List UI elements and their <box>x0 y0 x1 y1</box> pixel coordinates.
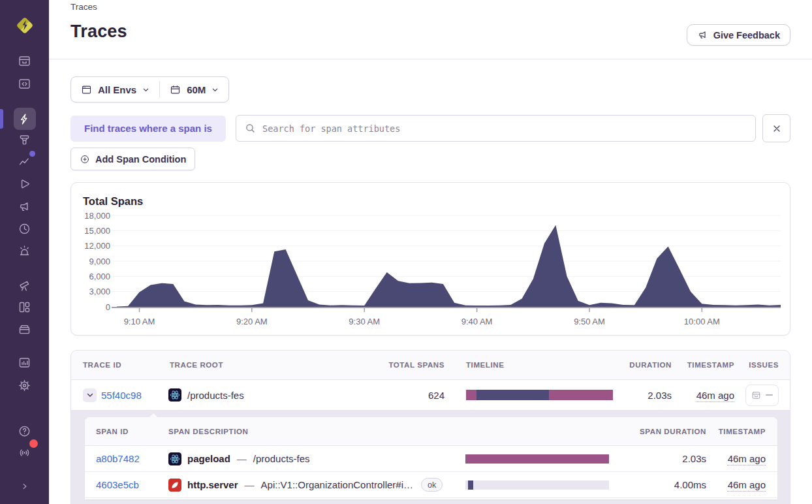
dashboards-icon <box>18 300 31 314</box>
span-table-card: SPAN ID SPAN DESCRIPTION SPAN DURATION T… <box>85 417 777 499</box>
sidebar-collapse-button[interactable] <box>14 475 36 497</box>
sidebar-item-issues[interactable] <box>14 50 36 72</box>
sidebar-item-explore[interactable] <box>14 108 36 130</box>
sidebar-item-feedback[interactable] <box>14 195 36 217</box>
react-icon <box>168 452 181 465</box>
explore-lightning-icon <box>18 112 31 126</box>
span-search-input[interactable] <box>262 116 755 141</box>
sidebar-item-discover[interactable] <box>14 274 36 296</box>
col-header-span-description: SPAN DESCRIPTION <box>167 417 465 445</box>
svg-text:18,000: 18,000 <box>84 211 110 221</box>
col-header-issues: ISSUES <box>734 351 790 379</box>
total-spans-card: Total Spans 9:10 AM9:20 AM9:30 AM9:40 AM… <box>70 182 790 336</box>
sidebar-item-stats[interactable] <box>14 351 36 373</box>
ruby-icon <box>168 479 181 492</box>
sidebar-item-help[interactable] <box>14 420 36 442</box>
period-filter-label: 60M <box>187 84 206 95</box>
alerts-siren-icon <box>18 244 31 258</box>
span-id-link[interactable]: a80b7482 <box>96 453 140 464</box>
add-span-condition-button[interactable]: Add Span Condition <box>70 148 195 170</box>
col-header-timeline: TIMELINE <box>445 351 614 379</box>
trace-duration: 2.03s <box>614 380 672 410</box>
releases-icon <box>18 323 31 336</box>
stats-icon <box>18 356 31 370</box>
span-duration: 4.00ms <box>613 472 706 497</box>
sidebar-item-settings[interactable] <box>14 374 36 396</box>
span-description: Api::V1::OrganizationController#i… <box>261 479 413 490</box>
trace-id-link[interactable]: 55f40c98 <box>101 390 142 401</box>
sidebar-item-replays[interactable] <box>14 173 36 195</box>
environment-filter-label: All Envs <box>98 84 136 95</box>
sentry-logo[interactable] <box>14 14 36 37</box>
sidebar-item-releases[interactable] <box>14 318 36 340</box>
svg-text:9:20 AM: 9:20 AM <box>236 317 268 326</box>
add-span-condition-label: Add Span Condition <box>95 154 186 165</box>
sidebar-item-insights[interactable] <box>14 150 36 172</box>
chevron-down-icon <box>211 86 219 93</box>
span-duration: 2.03s <box>613 446 706 471</box>
insights-icon <box>18 155 31 168</box>
svg-text:15,000: 15,000 <box>84 226 110 236</box>
col-header-duration: DURATION <box>614 351 672 379</box>
span-description: /products-fes <box>253 453 310 464</box>
total-spans-chart[interactable]: 9:10 AM9:20 AM9:30 AM9:40 AM9:50 AM10:00… <box>71 210 790 334</box>
svg-text:3,000: 3,000 <box>89 287 110 296</box>
svg-text:9:40 AM: 9:40 AM <box>461 317 493 326</box>
collapse-trace-button[interactable] <box>83 388 97 402</box>
span-id-link[interactable]: 4603e5cb <box>96 479 139 490</box>
clear-search-button[interactable] <box>762 114 790 142</box>
discover-telescope-icon <box>18 278 31 292</box>
span-duration-bar <box>465 480 609 490</box>
x-icon <box>772 123 782 134</box>
sidebar-item-dashboards[interactable] <box>14 296 36 318</box>
span-row: a80b7482 pageload — /products-fes <box>85 446 777 472</box>
breadcrumb[interactable]: Traces <box>70 2 97 12</box>
svg-text:6,000: 6,000 <box>89 272 110 281</box>
col-header-trace-root: TRACE ROOT <box>167 351 383 379</box>
feedback-megaphone-icon <box>18 200 31 213</box>
issues-icon <box>18 54 31 68</box>
react-icon <box>168 388 181 402</box>
sidebar-item-crons[interactable] <box>14 217 36 240</box>
traces-table-header: TRACE ID TRACE ROOT TOTAL SPANS TIMELINE… <box>71 351 790 380</box>
give-feedback-label: Give Feedback <box>713 30 780 40</box>
chevron-down-icon <box>86 391 94 399</box>
span-row: 4603e5cb http.server — Api::V1::Organiza… <box>85 472 777 498</box>
gear-icon <box>18 379 31 392</box>
sidebar-item-alerts[interactable] <box>14 240 36 262</box>
trace-issues-button[interactable] <box>745 385 779 406</box>
megaphone-icon <box>697 29 708 40</box>
col-header-span-duration: SPAN DURATION <box>613 417 706 445</box>
whats-new-notification-dot <box>29 439 38 448</box>
environment-filter-button[interactable]: All Envs <box>71 77 159 102</box>
help-icon <box>18 424 31 438</box>
span-separator: — <box>237 453 247 464</box>
period-filter-button[interactable]: 60M <box>160 77 228 102</box>
svg-text:9:50 AM: 9:50 AM <box>574 317 605 326</box>
search-icon <box>245 123 256 134</box>
svg-text:12,000: 12,000 <box>84 241 110 251</box>
span-search-box <box>236 115 756 142</box>
col-header-span-id: SPAN ID <box>85 417 167 445</box>
col-header-trace-id: TRACE ID <box>71 351 167 379</box>
span-search-chip: Find traces where a span is <box>70 116 226 142</box>
trace-timestamp: 46m ago <box>696 390 734 401</box>
trace-timeline-bar <box>466 390 613 400</box>
plus-circle-icon <box>80 154 90 165</box>
header-divider <box>49 59 812 59</box>
span-op: http.server <box>187 479 238 490</box>
sidebar-item-projects[interactable] <box>14 72 36 95</box>
span-table-section: SPAN ID SPAN DESCRIPTION SPAN DURATION T… <box>71 411 790 504</box>
filter-bar: All Envs 60M <box>70 76 229 102</box>
chart-title: Total Spans <box>83 195 143 208</box>
broadcast-icon <box>18 446 31 460</box>
span-duration-bar <box>465 454 609 464</box>
svg-text:9,000: 9,000 <box>89 257 110 266</box>
span-op: pageload <box>187 453 230 464</box>
sentry-logo-icon <box>14 13 36 38</box>
sidebar-item-profiling[interactable] <box>14 129 36 151</box>
sidebar-item-whats-new[interactable] <box>14 441 36 464</box>
span-timestamp: 46m ago <box>728 453 766 464</box>
trace-total-spans: 624 <box>383 380 445 410</box>
give-feedback-button[interactable]: Give Feedback <box>687 24 790 46</box>
